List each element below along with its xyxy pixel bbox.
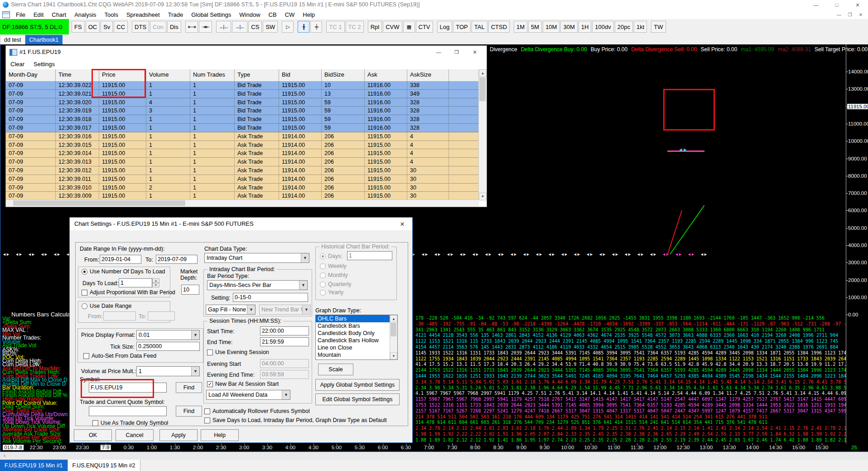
crosshair-tool-icon[interactable]: ╂ — [298, 21, 309, 33]
toolbar-button-tw[interactable]: TW — [651, 21, 665, 33]
ts-row[interactable]: 07-0912:30:39.01811915.0011Bid Trade1191… — [6, 115, 479, 124]
find-symbol-button[interactable]: Find — [176, 382, 202, 393]
chart-horizontal-scrollbar[interactable]: ‹ — [0, 452, 868, 460]
apply-button[interactable]: Apply — [159, 429, 198, 441]
graph-draw-type-listbox[interactable]: OHLC BarsCandlestick BarsCandlestick Bod… — [315, 315, 398, 360]
find-trade-symbol-button[interactable]: Find — [176, 406, 202, 417]
volume-at-price-dropdown[interactable]: 1▼ — [136, 366, 200, 376]
graph-draw-option-line-on-close[interactable]: Line on Close — [316, 344, 391, 351]
toolbar-button-cvw[interactable]: CVW — [383, 21, 402, 33]
ts-row[interactable]: 07-0912:30:39.01011915.0021Ask Trade1191… — [6, 184, 479, 192]
ts-column-header-bidsize[interactable]: BidSize — [322, 69, 365, 81]
menu-item-cb[interactable]: CB — [265, 11, 281, 18]
toolbar-button-cc[interactable]: CC — [114, 21, 128, 33]
toolbar-button-20pc[interactable]: 20pc — [615, 21, 633, 33]
ts-row[interactable]: 07-0912:30:39.01911915.0031Bid Trade1191… — [6, 107, 479, 115]
scroll-thumb[interactable] — [391, 323, 396, 336]
chart-data-type-dropdown[interactable]: Intraday Chart▼ — [204, 253, 309, 263]
toolbar-button-100dv[interactable]: 100dv — [592, 21, 613, 33]
ok-button[interactable]: OK — [74, 429, 112, 441]
window-control-icon[interactable]: — — [805, 0, 826, 10]
menu-item-window[interactable]: Window — [235, 11, 264, 18]
auto-rollover-checkbox[interactable] — [204, 408, 210, 414]
use-date-range-radio[interactable] — [82, 303, 87, 309]
listbox-scrollbar[interactable]: ▲ ▼ — [390, 315, 397, 359]
help-button[interactable]: Help — [201, 429, 239, 441]
mdi-control-icon[interactable]: ❐ — [844, 11, 855, 18]
days-to-load-spinner[interactable]: ▲▼ — [152, 278, 159, 287]
time-and-sales-window[interactable]: #1 F.US.EPU19 —❐✕ ClearSettings Month-Da… — [5, 45, 487, 207]
graph-draw-option-candlestick-bars[interactable]: Candlestick Bars — [316, 322, 391, 330]
end-time-field[interactable]: 21:59:59 — [260, 337, 309, 346]
tick-size-field[interactable]: 0.250000 — [136, 342, 200, 351]
ts-column-header-month-day[interactable]: Month-Day — [6, 69, 56, 81]
scroll-left-icon[interactable]: ‹ — [4, 452, 5, 459]
chart-tab-f-us-enqu19-15-min-2[interactable]: F.US.ENQU19 15 Min #2 — [68, 460, 140, 471]
ts-horizontal-scrollbar[interactable] — [6, 199, 479, 207]
menu-item-edit[interactable]: Edit — [29, 11, 48, 18]
weekend-data-dropdown[interactable]: Load All Weekend Data▼ — [206, 390, 290, 400]
toolbar-button-dts[interactable]: DTS — [132, 21, 149, 33]
toolbar-button-10m[interactable]: 10M — [543, 21, 559, 33]
toolbar-button-tc1[interactable]: TC 1 — [326, 21, 344, 33]
menu-item-cw[interactable]: CW — [281, 11, 299, 18]
scroll-down-icon[interactable]: ▼ — [390, 352, 397, 359]
time-axis[interactable]: 25 019-7-822:3023:0023:307-90:301:001:30… — [0, 443, 868, 452]
ts-row[interactable]: 07-0912:30:39.01711915.0011Bid Trade1191… — [6, 124, 479, 132]
ts-row[interactable]: 07-0912:30:39.01211915.0011Ask Trade1191… — [6, 166, 479, 175]
ts-row[interactable]: 07-0912:30:39.02011915.0041Bid Trade1191… — [6, 98, 479, 107]
toolbar-button-oc[interactable]: OC — [86, 21, 100, 33]
crosshair-alt-tool-icon[interactable]: ╪ — [310, 21, 322, 33]
menu-item-spreadsheet[interactable]: Spreadsheet — [122, 11, 164, 18]
from-date-field[interactable]: 2019-01-04 — [100, 255, 141, 264]
menu-item-global-settings[interactable]: Global Settings — [187, 11, 235, 18]
dialog-title-bar[interactable]: Chart Settings - F.US.EPU19 15 Min #1 - … — [70, 218, 412, 230]
dialog-close-icon[interactable]: ✕ — [392, 218, 412, 230]
ts-column-header-asksize[interactable]: AskSize — [407, 69, 449, 81]
edit-global-symbol-settings-button[interactable]: Edit Global Symbol Settings — [315, 393, 400, 405]
ts-row[interactable]: 07-0912:30:39.01611915.0011Ask Trade1191… — [6, 132, 479, 141]
menu-item-help[interactable]: Help — [299, 11, 319, 18]
ts-column-header-ask[interactable]: Ask — [365, 69, 407, 81]
adjust-proportional-checkbox[interactable] — [82, 290, 87, 296]
menu-item-analysis[interactable]: Analysis — [70, 11, 100, 18]
ts-menu-settings[interactable]: Settings — [29, 61, 59, 68]
days-to-load-field[interactable]: 1 — [119, 278, 152, 287]
mdi-control-icon[interactable]: — — [834, 11, 844, 18]
toolbar-button-sw[interactable]: SW — [263, 21, 278, 33]
start-time-field[interactable]: 22:00:00 — [260, 326, 309, 335]
scroll-up-icon[interactable]: ▲ — [479, 69, 487, 77]
chart-tab-f-us-epu19-15-min-1[interactable]: F.US.EPU19 15 Min #1 — [0, 460, 68, 471]
scroll-thumb[interactable] — [479, 78, 486, 101]
ts-column-header-type[interactable]: Type — [235, 69, 279, 81]
scroll-down-icon[interactable]: ▼ — [479, 193, 487, 200]
ts-window-control-icon[interactable]: — — [429, 47, 448, 57]
graph-draw-option-candlestick-bars-hollow[interactable]: Candlestick Bars Hollow — [316, 337, 391, 344]
window-control-icon[interactable]: ✕ — [847, 0, 868, 10]
chartbook-tab-chartbook1[interactable]: Chartbook1 — [25, 35, 63, 44]
toolbar-button-rpl[interactable]: Rpl — [368, 21, 382, 33]
toolbar-button-tal[interactable]: TAL — [472, 21, 487, 33]
toolbar-button-dis[interactable]: Dis — [167, 21, 181, 33]
menu-item-file[interactable]: File — [12, 11, 29, 18]
menu-item-chart[interactable]: Chart — [48, 11, 70, 18]
ts-row[interactable]: 07-0912:30:39.02111915.0011Bid Trade1191… — [6, 90, 479, 98]
graph-draw-option-ohlc-bars[interactable]: OHLC Bars — [316, 315, 391, 322]
ts-title-bar[interactable]: #1 F.US.EPU19 —❐✕ — [6, 46, 487, 59]
toolbar-button-1m[interactable]: 1M — [514, 21, 527, 33]
toolbar-button-con[interactable]: Con — [150, 21, 166, 33]
ts-row[interactable]: 07-0912:30:39.01411915.0011Ask Trade1191… — [6, 149, 479, 158]
apply-global-symbol-settings-button[interactable]: Apply Global Symbol Settings — [315, 379, 400, 391]
to-date-field[interactable]: 2019-07-09 — [156, 255, 198, 264]
menu-item-trade[interactable]: Trade — [164, 11, 187, 18]
ts-row[interactable]: 07-0912:30:39.02211915.0011Bid Trade1191… — [6, 81, 479, 90]
scroll-thumb-horizontal[interactable] — [13, 200, 185, 206]
graph-draw-option-candlestick-body-only[interactable]: Candlestick Body Only — [316, 330, 391, 337]
ts-menu-clear[interactable]: Clear — [6, 61, 29, 68]
expand-bar-spacing-icon[interactable]: ⇤⇥ — [185, 21, 198, 33]
chart-settings-dialog[interactable]: Chart Settings - F.US.EPU19 15 Min #1 - … — [69, 217, 413, 443]
toolbar-button-top[interactable]: TOP — [453, 21, 471, 33]
scale-button[interactable]: Scale — [318, 364, 353, 375]
bar-period-type-dropdown[interactable]: Days-Mins-Secs Per Bar▼ — [207, 280, 308, 290]
ts-column-header-volume[interactable]: Volume — [146, 69, 190, 81]
